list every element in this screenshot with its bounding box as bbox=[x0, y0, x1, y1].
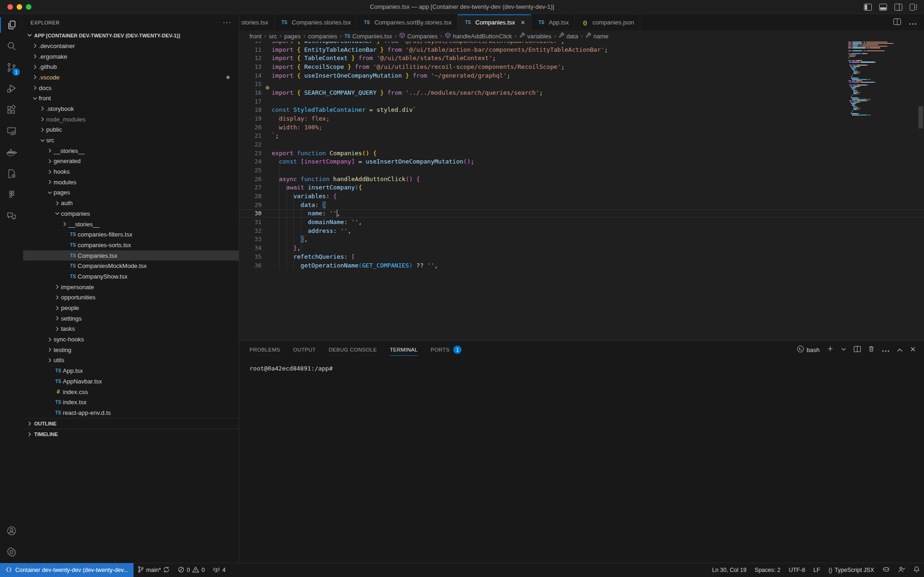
workspace-section-header[interactable]: APP [CONTAINER DEV-TWENTY-DEV (DEV-TWENT… bbox=[23, 30, 239, 41]
tree-folder-settings[interactable]: settings bbox=[23, 313, 239, 324]
tree-folder-__stories__[interactable]: __stories__ bbox=[23, 219, 239, 230]
tree-folder-.storybook[interactable]: .storybook bbox=[23, 103, 239, 114]
source-control-icon[interactable]: 1 bbox=[0, 57, 23, 78]
line-number[interactable]: 36 bbox=[239, 262, 272, 269]
breadcrumb-front[interactable]: front bbox=[249, 33, 261, 40]
code-line-11[interactable]: 11import { EntityTableActionBar } from '… bbox=[239, 45, 924, 54]
code-line-20[interactable]: 20 width: 100%; bbox=[239, 123, 924, 132]
line-number[interactable]: 24 bbox=[239, 158, 272, 165]
code-line-32[interactable]: 32 address: '', bbox=[239, 226, 924, 235]
line-number[interactable]: 22 bbox=[239, 141, 272, 148]
encoding-item[interactable]: UTF-8 bbox=[784, 563, 809, 577]
code-line-14[interactable]: 14import { useInsertOneCompanyMutation }… bbox=[239, 71, 924, 80]
run-debug-icon[interactable] bbox=[0, 78, 23, 99]
tree-folder-pages[interactable]: pages bbox=[23, 188, 239, 198]
code-line-16[interactable]: 16import { SEARCH_COMPANY_QUERY } from '… bbox=[239, 88, 924, 97]
breadcrumb-variables[interactable]: variables bbox=[519, 32, 551, 40]
tree-folder-auth[interactable]: auth bbox=[23, 198, 239, 208]
tree-file-react-app-env.d.ts[interactable]: TSreact-app-env.d.ts bbox=[23, 407, 239, 418]
code-line-19[interactable]: 19 display: flex; bbox=[239, 114, 924, 123]
close-tab-icon[interactable]: ✕ bbox=[521, 19, 525, 26]
tree-folder-public[interactable]: public bbox=[23, 125, 239, 135]
terminal-instance[interactable]: bash bbox=[797, 346, 820, 354]
tree-file-CompanyShow.tsx[interactable]: TSCompanyShow.tsx bbox=[23, 271, 239, 282]
breadcrumb-handleAddButtonClick[interactable]: handleAddButtonClick bbox=[445, 32, 512, 40]
line-number[interactable]: 14 bbox=[239, 72, 272, 79]
tab-companies.json[interactable]: {}companies.json bbox=[575, 14, 640, 30]
tree-folder-.devcontainer[interactable]: .devcontainer bbox=[23, 41, 239, 51]
line-number[interactable]: 17 bbox=[239, 98, 272, 105]
breadcrumb-src[interactable]: src bbox=[269, 33, 277, 40]
explorer-more-actions-icon[interactable]: ··· bbox=[223, 18, 231, 27]
line-number[interactable]: 23 bbox=[239, 150, 272, 157]
forwarded-ports-item[interactable]: 4 bbox=[209, 563, 230, 577]
line-number[interactable]: 35 bbox=[239, 253, 272, 260]
panel-tab-terminal[interactable]: TERMINAL bbox=[390, 341, 418, 358]
line-number[interactable]: 30 bbox=[239, 210, 272, 217]
zoom-window-button[interactable] bbox=[26, 4, 31, 10]
accounts-icon[interactable] bbox=[0, 520, 23, 541]
tree-folder-node_modules[interactable]: node_modules bbox=[23, 114, 239, 125]
code-line-17[interactable]: 17 bbox=[239, 97, 924, 106]
eol-item[interactable]: LF bbox=[809, 563, 825, 577]
tree-file-AppNavbar.tsx[interactable]: TSAppNavbar.tsx bbox=[23, 376, 239, 387]
line-number[interactable]: 13 bbox=[239, 63, 272, 70]
line-number[interactable]: 12 bbox=[239, 55, 272, 61]
git-branch-item[interactable]: main* bbox=[134, 563, 174, 577]
code-line-33[interactable]: 33 }, bbox=[239, 235, 924, 244]
remote-explorer-icon[interactable] bbox=[0, 121, 23, 142]
settings-icon[interactable] bbox=[0, 541, 23, 563]
tree-folder-tasks[interactable]: tasks bbox=[23, 324, 239, 334]
cursor-position-item[interactable]: Ln 30, Col 19 bbox=[708, 563, 750, 577]
tree-file-index.css[interactable]: #index.css bbox=[23, 387, 239, 397]
customize-layout-icon[interactable] bbox=[910, 4, 918, 11]
line-number[interactable]: 25 bbox=[239, 167, 272, 174]
docker-icon[interactable] bbox=[0, 142, 23, 163]
tree-file-App.tsx[interactable]: TSApp.tsx bbox=[23, 365, 239, 376]
breadcrumb-data[interactable]: data bbox=[559, 32, 578, 40]
code-line-18[interactable]: 18const StyledTableContainer = styled.di… bbox=[239, 105, 924, 114]
toggle-sidebar-icon[interactable] bbox=[864, 4, 872, 11]
code-line-30[interactable]: 30 name: '', bbox=[239, 209, 924, 218]
copilot-item[interactable] bbox=[878, 563, 894, 577]
minimize-window-button[interactable] bbox=[17, 4, 22, 10]
line-number[interactable]: 27 bbox=[239, 184, 272, 191]
tree-file-companies-filters.tsx[interactable]: TScompanies-filters.tsx bbox=[23, 229, 239, 240]
code-line-26[interactable]: 26 async function handleAddButtonClick()… bbox=[239, 175, 924, 183]
tree-folder-src[interactable]: src bbox=[23, 135, 239, 146]
notifications-item[interactable] bbox=[909, 563, 924, 577]
panel-tab-debug-console[interactable]: DEBUG CONSOLE bbox=[328, 341, 377, 358]
code-line-28[interactable]: 28 variables: { bbox=[239, 192, 924, 200]
code-line-29[interactable]: 29 data: { bbox=[239, 200, 924, 209]
line-number[interactable]: 33 bbox=[239, 236, 272, 243]
code-line-23[interactable]: 23export function Companies() { bbox=[239, 149, 924, 158]
indentation-item[interactable]: Spaces: 2 bbox=[751, 563, 785, 577]
split-terminal-icon[interactable] bbox=[854, 346, 861, 354]
code-line-35[interactable]: 35 refetchQueries: [ bbox=[239, 252, 924, 261]
code-line-25[interactable]: 25 bbox=[239, 166, 924, 175]
line-number[interactable]: 10 bbox=[239, 42, 272, 44]
line-number[interactable]: 20 bbox=[239, 124, 272, 131]
language-mode-item[interactable]: {} TypeScript JSX bbox=[824, 563, 878, 577]
search-icon[interactable] bbox=[0, 36, 23, 57]
code-line-36[interactable]: 36 getOperationName(GET_COMPANIES) ?? ''… bbox=[239, 261, 924, 270]
tree-folder-testing[interactable]: testing bbox=[23, 345, 239, 355]
panel-tab-ports[interactable]: PORTS1 bbox=[431, 341, 462, 358]
code-editor[interactable]: 10import { WithTopBarContainer } from '@… bbox=[239, 42, 924, 340]
tree-folder-front[interactable]: front bbox=[23, 93, 239, 103]
timeline-section[interactable]: TIMELINE bbox=[23, 429, 239, 439]
tree-file-Companies.tsx[interactable]: TSCompanies.tsx bbox=[23, 250, 239, 261]
breadcrumb-name[interactable]: name bbox=[585, 32, 608, 40]
tab-Companies.tsx[interactable]: TSCompanies.tsx✕ bbox=[458, 14, 531, 30]
tree-folder-modules[interactable]: modules bbox=[23, 177, 239, 188]
close-window-button[interactable] bbox=[7, 4, 13, 10]
editor-more-actions-icon[interactable] bbox=[909, 18, 917, 27]
outline-section[interactable]: OUTLINE bbox=[23, 418, 239, 429]
tree-file-companies-sorts.tsx[interactable]: TScompanies-sorts.tsx bbox=[23, 240, 239, 250]
extensions-icon[interactable] bbox=[0, 99, 23, 121]
figma-icon[interactable] bbox=[0, 184, 23, 206]
split-editor-icon[interactable] bbox=[894, 18, 901, 27]
code-line-15[interactable]: 15 bbox=[239, 79, 924, 88]
remote-indicator[interactable]: Container dev-twenty-dev (dev-twenty-dev… bbox=[0, 563, 134, 577]
line-number[interactable]: 16 bbox=[239, 89, 272, 96]
